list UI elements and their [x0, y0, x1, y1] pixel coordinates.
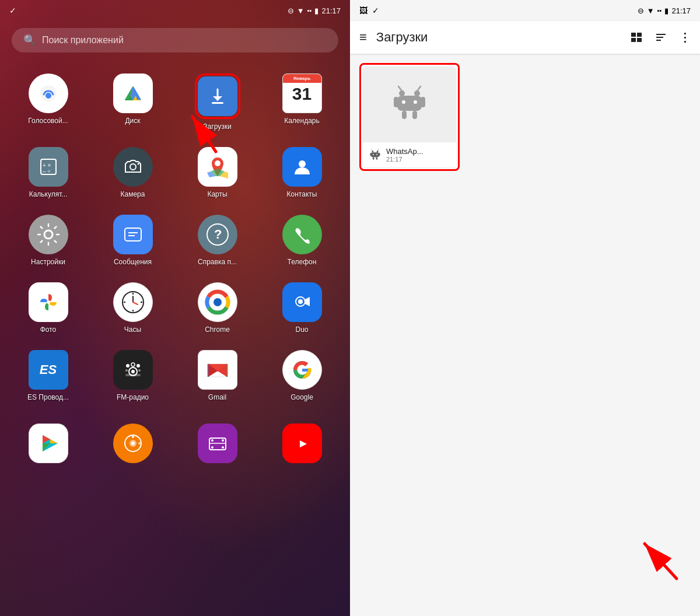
right-phone-screen: 🖼 ✓ ⊖ ▼ ▪▪ ▮ 21:17 ≡ Загрузки: [350, 0, 700, 616]
svg-rect-80: [397, 96, 422, 111]
app-movies[interactable]: [175, 415, 260, 471]
red-arrow-file: [618, 520, 694, 598]
camera-icon: [113, 147, 153, 187]
svg-point-2: [46, 93, 51, 99]
app-assistant[interactable]: Голосовой...: [6, 65, 90, 139]
toolbar-title: Загрузки: [376, 30, 621, 45]
app-calendar[interactable]: Январь 31 Календарь: [260, 65, 344, 139]
chrome-icon: [198, 282, 237, 322]
file-preview: [363, 66, 456, 142]
search-icon: 🔍: [23, 34, 36, 47]
app-settings[interactable]: Настройки: [6, 206, 90, 274]
app-fmradio[interactable]: FM-радио: [90, 342, 175, 410]
file-time: 21:17: [386, 156, 450, 163]
list-view-icon[interactable]: [630, 31, 643, 44]
app-music[interactable]: [90, 415, 175, 471]
svg-rect-93: [379, 152, 380, 156]
camera-label: Камера: [121, 190, 145, 198]
assistant-label: Голосовой...: [28, 117, 68, 125]
left-phone-screen: ✓ ⊖ ▼ ▪▪ ▮ 21:17 🔍 Поиск приложений: [0, 0, 350, 616]
app-calculator[interactable]: + × – ÷ Калькулят...: [6, 139, 90, 206]
right-time-display: 21:17: [671, 6, 691, 15]
image-icon: 🖼: [359, 6, 368, 15]
contacts-label: Контакты: [287, 190, 317, 198]
contacts-icon: [282, 147, 322, 187]
maps-label: Карты: [207, 190, 227, 198]
svg-rect-12: [212, 102, 223, 104]
phone-label: Телефон: [288, 258, 317, 266]
svg-point-60: [138, 442, 141, 444]
settings-icon: [29, 215, 68, 254]
fmradio-icon: [113, 350, 153, 390]
photos-icon: [29, 282, 68, 322]
left-status-bar: ✓ ⊖ ▼ ▪▪ ▮ 21:17: [0, 0, 350, 21]
status-right-icons: ⊖ ▼ ▪▪ ▮ 21:17: [288, 6, 341, 15]
duo-icon: [282, 282, 322, 322]
app-messages[interactable]: Сообщения: [90, 206, 175, 274]
svg-text:?: ?: [214, 227, 222, 242]
right-status-left: 🖼 ✓: [359, 6, 379, 15]
svg-point-22: [299, 160, 306, 167]
svg-point-97: [376, 153, 377, 155]
app-play[interactable]: [6, 415, 90, 471]
wifi-icon-right: ▼: [647, 6, 654, 15]
app-photos[interactable]: Фото: [6, 274, 90, 342]
svg-point-23: [44, 230, 52, 239]
maps-icon: [198, 147, 237, 187]
app-es[interactable]: ES ES Провод...: [6, 342, 90, 410]
app-drive[interactable]: Диск: [90, 65, 175, 139]
phone-icon: [282, 215, 322, 254]
downloads-highlight: [195, 74, 240, 119]
svg-line-98: [372, 149, 373, 151]
svg-point-59: [132, 436, 134, 438]
drive-icon: [113, 74, 153, 113]
duo-label: Duo: [295, 326, 308, 334]
svg-rect-24: [125, 228, 141, 241]
downloads-toolbar: ≡ Загрузки ⋮: [350, 21, 700, 54]
file-card-highlighted[interactable]: WhatsAp... 21:17: [359, 63, 460, 171]
svg-point-58: [131, 442, 135, 445]
menu-icon[interactable]: ≡: [359, 30, 367, 45]
svg-line-88: [417, 86, 421, 91]
bottom-app-row: [0, 415, 350, 477]
svg-rect-83: [402, 111, 407, 119]
svg-point-47: [125, 369, 128, 372]
clock-icon: [113, 282, 153, 322]
app-camera[interactable]: Камера: [90, 139, 175, 206]
svg-line-101: [645, 544, 677, 579]
app-gmail[interactable]: Gmail: [175, 342, 260, 410]
calculator-icon: + × – ÷: [29, 147, 68, 187]
downloads-label: Загрузки: [203, 123, 231, 131]
sort-icon[interactable]: [654, 31, 667, 44]
svg-rect-74: [637, 38, 642, 42]
app-downloads-wrapper[interactable]: Загрузки: [175, 65, 260, 139]
downloads-icon: [198, 76, 237, 116]
movies-icon: [198, 424, 237, 463]
app-chrome[interactable]: Chrome: [175, 274, 260, 342]
status-left-icons: ✓: [9, 6, 16, 15]
app-contacts[interactable]: Контакты: [260, 139, 344, 206]
app-maps[interactable]: Карты: [175, 139, 260, 206]
app-duo[interactable]: Duo: [260, 274, 344, 342]
svg-point-85: [402, 100, 405, 104]
app-phone[interactable]: Телефон: [260, 206, 344, 274]
svg-point-18: [215, 160, 220, 166]
app-clock[interactable]: Часы: [90, 274, 175, 342]
app-search-bar[interactable]: 🔍 Поиск приложений: [12, 28, 338, 52]
messages-label: Сообщения: [114, 258, 152, 266]
app-google[interactable]: Google: [260, 342, 344, 410]
svg-point-16: [130, 164, 136, 170]
svg-line-87: [398, 86, 402, 91]
battery-icon: ▮: [314, 6, 318, 15]
svg-rect-81: [394, 97, 398, 107]
svg-point-29: [47, 300, 50, 304]
app-help[interactable]: ? Справка п...: [175, 206, 260, 274]
svg-line-32: [133, 302, 138, 304]
fmradio-label: FM-радио: [117, 393, 149, 401]
svg-text:– ÷: – ÷: [43, 168, 51, 174]
time-display: 21:17: [321, 6, 341, 15]
svg-rect-91: [371, 152, 379, 157]
right-status-right: ⊖ ▼ ▪▪ ▮ 21:17: [638, 6, 691, 15]
more-options-icon[interactable]: ⋮: [679, 30, 691, 44]
app-youtube[interactable]: [260, 415, 344, 471]
